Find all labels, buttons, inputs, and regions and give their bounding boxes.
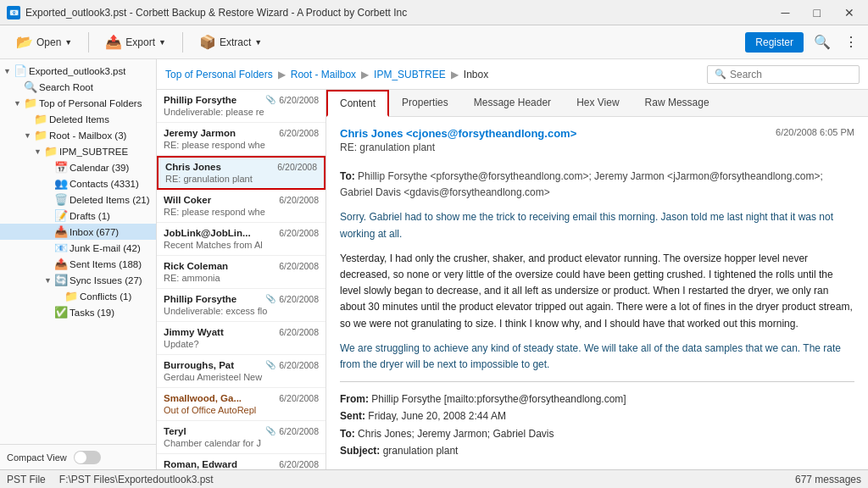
sidebar-item-conflicts[interactable]: 📁 Conflicts (1) <box>0 288 156 304</box>
sidebar-item-inbox[interactable]: 📥 Inbox (677) <box>0 224 156 240</box>
more-options-button[interactable]: ⋮ <box>841 30 861 53</box>
email-preview: Recent Matches from Al <box>164 240 319 250</box>
sidebar-item-junk[interactable]: 📧 Junk E-mail (42) <box>0 240 156 256</box>
extract-dropdown-icon: ▼ <box>254 38 262 47</box>
sidebar-item-label: Inbox (677) <box>70 227 119 237</box>
inbox-icon: 📥 <box>54 225 68 238</box>
breadcrumb-top-folders[interactable]: Top of Personal Folders <box>165 69 273 80</box>
tab-hex-view-label: Hex View <box>576 97 619 108</box>
title-bar-left: 📧 Exported_outlook3.pst - Corbett Backup… <box>7 6 407 19</box>
attachment-icon: 📎 <box>265 294 275 303</box>
email-preview: RE: please respond whe <box>164 140 319 150</box>
email-item-10[interactable]: Teryl 📎 6/20/2008 Chamber calendar for J <box>157 421 326 454</box>
sidebar-item-contacts[interactable]: 👥 Contacts (4331) <box>0 175 156 191</box>
open-button[interactable]: 📂 Open ▼ <box>7 29 81 55</box>
breadcrumb-bar: Top of Personal Folders ▶ Root - Mailbox… <box>157 59 868 90</box>
email-item-1[interactable]: Jeremy Jarmon 6/20/2008 RE: please respo… <box>157 123 326 156</box>
sidebar-item-deleted[interactable]: 📁 Deleted Items <box>0 111 156 127</box>
search-root-icon: 🔍 <box>24 80 37 93</box>
email-item-9[interactable]: Smallwood, Ga... 6/20/2008 Out of Office… <box>157 388 326 421</box>
tab-raw-message[interactable]: Raw Message <box>632 90 722 116</box>
email-item-6[interactable]: Phillip Forsythe 📎 6/20/2008 Undeliverab… <box>157 289 326 322</box>
email-sender: Roman, Edward <box>164 459 275 469</box>
junk-icon: 📧 <box>54 241 68 254</box>
from-quoted: From: Phillip Forsythe [mailto:pforsythe… <box>340 391 854 408</box>
status-file-label: PST File <box>7 474 46 485</box>
sidebar-item-sent[interactable]: 📤 Sent Items (188) <box>0 256 156 272</box>
sidebar-item-ipm-subtree[interactable]: ▼ 📁 IPM_SUBTREE <box>0 143 156 159</box>
sidebar-item-tasks[interactable]: ✅ Tasks (19) <box>0 304 156 320</box>
sidebar-item-label: Tasks (19) <box>70 308 114 318</box>
arrow-icon: ▼ <box>3 67 14 75</box>
arrow-icon: ▼ <box>44 276 54 285</box>
title-bar-controls: ─ □ ✕ <box>775 4 861 21</box>
email-date: 6/20/2008 <box>279 426 319 436</box>
email-item-8[interactable]: Burroughs, Pat 📎 6/20/2008 Gerdau Ameris… <box>157 355 326 388</box>
email-item-5[interactable]: Rick Coleman 6/20/2008 RE: ammonia <box>157 256 326 289</box>
email-preview: Update? <box>164 339 319 349</box>
sidebar-item-deleted-items[interactable]: 🗑️ Deleted Items (21) <box>0 191 156 208</box>
to2-quoted-label: To: <box>340 428 358 440</box>
pst-file-icon: 📄 <box>14 64 27 77</box>
sidebar-item-pst[interactable]: ▼ 📄 Exported_outlook3.pst <box>0 63 156 79</box>
email-quoted-header: From: Phillip Forsythe [mailto:pforsythe… <box>340 391 854 460</box>
deleted-icon: 🗑️ <box>54 193 68 206</box>
breadcrumb-sep-1: ▶ <box>278 69 286 80</box>
tab-hex-view[interactable]: Hex View <box>564 90 632 116</box>
email-preview: RE: ammonia <box>164 273 319 283</box>
email-item-11[interactable]: Roman, Edward 6/20/2008 <box>157 454 326 469</box>
email-sender: Teryl <box>164 426 262 436</box>
email-body-2: Yesterday, I had only the crusher, shake… <box>340 251 854 332</box>
email-preview: RE: granulation plant <box>165 174 317 184</box>
email-divider <box>340 381 854 382</box>
email-item-7[interactable]: Jimmy Wyatt 6/20/2008 Update? <box>157 322 326 355</box>
subject2-quoted: Subject: granulation plant <box>340 442 854 459</box>
email-item-2[interactable]: Chris Jones 6/20/2008 RE: granulation pl… <box>157 156 326 190</box>
app-icon: 📧 <box>7 6 20 19</box>
minimize-button[interactable]: ─ <box>775 4 797 21</box>
email-sender: Chris Jones <box>165 162 274 172</box>
close-button[interactable]: ✕ <box>837 4 861 21</box>
export-icon: 📤 <box>105 34 122 50</box>
email-header: Smallwood, Ga... 6/20/2008 <box>164 393 319 403</box>
to2-quoted-value: Chris Jones; Jeremy Jarmon; Gabriel Davi… <box>358 428 554 440</box>
tab-message-header[interactable]: Message Header <box>461 90 564 116</box>
sidebar-item-top-folders[interactable]: ▼ 📁 Top of Personal Folders <box>0 95 156 111</box>
open-label: Open <box>36 36 61 48</box>
extract-button[interactable]: 📦 Extract ▼ <box>190 29 271 55</box>
breadcrumb-search-box[interactable]: 🔍 <box>707 65 860 84</box>
drafts-icon: 📝 <box>54 209 68 222</box>
sidebar-item-label: Conflicts (1) <box>80 291 131 302</box>
compact-view-toggle[interactable] <box>74 451 101 464</box>
maximize-button[interactable]: □ <box>807 4 827 21</box>
search-input[interactable] <box>730 69 852 80</box>
sidebar-item-drafts[interactable]: 📝 Drafts (1) <box>0 208 156 224</box>
attachment-icon: 📎 <box>265 360 275 369</box>
export-button[interactable]: 📤 Export ▼ <box>96 29 175 55</box>
register-button[interactable]: Register <box>745 32 804 53</box>
sidebar-item-label: Deleted Items (21) <box>70 195 150 205</box>
sidebar-item-label: Exported_outlook3.pst <box>29 66 125 76</box>
email-preview: RE: please respond whe <box>164 207 319 217</box>
toolbar: 📂 Open ▼ 📤 Export ▼ 📦 Extract ▼ Register… <box>0 25 868 59</box>
tab-properties[interactable]: Properties <box>389 90 461 116</box>
sidebar-item-search-root[interactable]: 🔍 Search Root <box>0 79 156 95</box>
sidebar-item-calendar[interactable]: 📅 Calendar (39) <box>0 159 156 175</box>
tab-content-label: Content <box>340 97 376 109</box>
content-area: Top of Personal Folders ▶ Root - Mailbox… <box>157 59 868 469</box>
tab-content[interactable]: Content <box>326 90 389 117</box>
sidebar-item-sync-issues[interactable]: ▼ 🔄 Sync Issues (27) <box>0 272 156 288</box>
subject2-quoted-value: granulation plant <box>383 445 459 457</box>
email-sender: Phillip Forsythe <box>164 294 262 304</box>
breadcrumb-ipm-subtree[interactable]: IPM_SUBTREE <box>374 69 446 80</box>
email-item-4[interactable]: JobLink@JobLin... 6/20/2008 Recent Match… <box>157 223 326 256</box>
attachment-icon: 📎 <box>265 426 275 435</box>
email-item-0[interactable]: Phillip Forsythe 📎 6/20/2008 Undeliverab… <box>157 90 326 123</box>
email-item-3[interactable]: Will Coker 6/20/2008 RE: please respond … <box>157 190 326 223</box>
sidebar-item-root-mailbox[interactable]: ▼ 📁 Root - Mailbox (3) <box>0 127 156 143</box>
sent-quoted-value: Friday, June 20, 2008 2:44 AM <box>368 410 506 422</box>
email-preview: Chamber calendar for J <box>164 438 319 448</box>
breadcrumb-root-mailbox[interactable]: Root - Mailbox <box>291 69 356 80</box>
sent-icon: 📤 <box>54 258 68 270</box>
toolbar-search-button[interactable]: 🔍 <box>810 30 834 53</box>
